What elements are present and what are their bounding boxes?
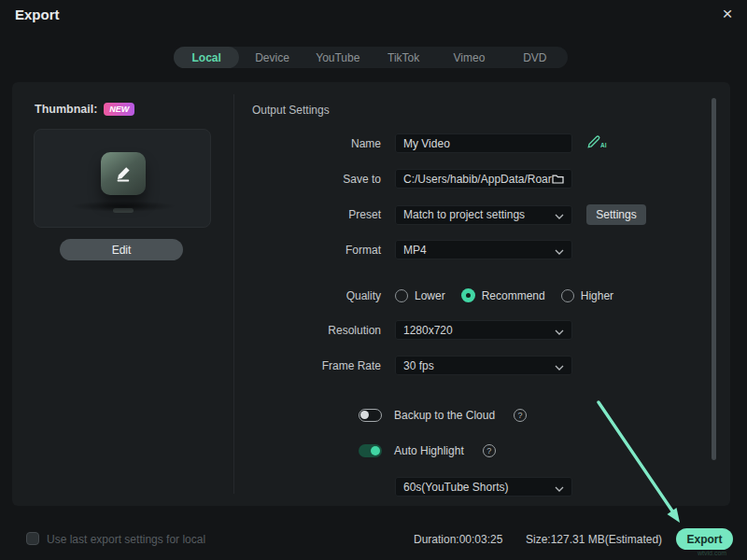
save-to-row: Save to C:/Users/habib/AppData/Roar — [252, 169, 572, 189]
quality-option-lower[interactable]: Lower — [395, 289, 445, 302]
export-dialog: Export × Local Device YouTube TikTok Vim… — [0, 0, 747, 560]
auto-highlight-row: Auto Highlight ? — [359, 444, 496, 457]
tab-tiktok[interactable]: TikTok — [371, 47, 436, 68]
preset-row: Preset Match to project settings Setting… — [252, 204, 646, 225]
quality-label: Quality — [252, 289, 381, 302]
radio-unselected-icon — [561, 289, 574, 302]
name-label: Name — [252, 137, 381, 150]
name-input-wrap — [395, 133, 572, 153]
scrollbar-thumb[interactable] — [712, 98, 716, 460]
settings-button[interactable]: Settings — [586, 204, 646, 225]
quality-row: Quality Lower Recommend Higher — [252, 288, 613, 302]
quality-options: Lower Recommend Higher — [395, 288, 613, 302]
frame-rate-row: Frame Rate 30 fps — [252, 356, 572, 375]
frame-rate-dropdown[interactable]: 30 fps — [395, 356, 572, 375]
edit-pencil-icon — [101, 152, 146, 195]
thumbnail-label: Thumbnail: — [35, 103, 97, 116]
use-last-settings-label: Use last export settings for local — [47, 533, 205, 546]
preset-dropdown[interactable]: Match to project settings — [395, 205, 572, 225]
chevron-down-icon — [555, 242, 564, 259]
name-input[interactable] — [403, 137, 564, 150]
export-target-tabs: Local Device YouTube TikTok Vimeo DVD — [174, 47, 568, 68]
tab-device[interactable]: Device — [239, 47, 304, 68]
chevron-down-icon — [555, 357, 564, 374]
thumbnail-preview[interactable] — [34, 129, 211, 228]
tab-vimeo[interactable]: Vimeo — [436, 47, 501, 68]
resolution-label: Resolution — [252, 324, 381, 337]
output-settings-title: Output Settings — [252, 104, 330, 117]
resolution-dropdown[interactable]: 1280x720 — [395, 320, 572, 340]
name-row: Name — [252, 133, 572, 153]
format-label: Format — [252, 244, 381, 257]
shorts-duration-dropdown[interactable]: 60s(YouTube Shorts) — [395, 477, 572, 497]
folder-icon[interactable] — [552, 171, 564, 188]
watermark-text: wtvid.com — [698, 550, 726, 556]
use-last-settings-checkbox[interactable] — [26, 532, 39, 545]
save-to-label: Save to — [252, 173, 381, 186]
format-dropdown[interactable]: MP4 — [395, 240, 572, 259]
tab-local[interactable]: Local — [174, 47, 239, 68]
quality-option-recommend[interactable]: Recommend — [461, 288, 545, 302]
thumbnail-header: Thumbnail: NEW — [35, 103, 134, 116]
resolution-row: Resolution 1280x720 — [252, 320, 572, 340]
format-row: Format MP4 — [252, 240, 572, 259]
dialog-title: Export — [15, 7, 60, 22]
frame-rate-label: Frame Rate — [252, 359, 381, 372]
chevron-down-icon — [555, 479, 564, 496]
size-text: Size:127.31 MB(Estimated) — [526, 533, 662, 546]
backup-cloud-toggle[interactable] — [359, 409, 382, 422]
shorts-row: 60s(YouTube Shorts) — [395, 477, 572, 497]
chevron-down-icon — [555, 322, 564, 339]
ai-rename-icon[interactable]: AI — [585, 131, 610, 151]
chevron-down-icon — [555, 206, 564, 223]
svg-text:AI: AI — [600, 142, 607, 148]
help-icon[interactable]: ? — [483, 444, 496, 457]
thumbnail-icon-reflection — [113, 208, 134, 213]
backup-cloud-row: Backup to the Cloud ? — [359, 409, 527, 422]
close-icon[interactable]: × — [715, 2, 740, 26]
new-badge: NEW — [104, 103, 134, 116]
duration-text: Duration:00:03:25 — [414, 533, 502, 546]
quality-option-higher[interactable]: Higher — [561, 289, 613, 302]
vertical-divider — [233, 94, 234, 494]
radio-selected-icon — [461, 288, 475, 302]
save-to-path: C:/Users/habib/AppData/Roar — [403, 173, 552, 186]
help-icon[interactable]: ? — [514, 409, 527, 422]
preset-label: Preset — [252, 208, 381, 221]
auto-highlight-toggle[interactable] — [359, 444, 382, 457]
export-button[interactable]: Export — [676, 528, 733, 550]
main-panel: Thumbnail: NEW Edit Output Settings Name — [12, 82, 730, 506]
tab-dvd[interactable]: DVD — [502, 47, 568, 68]
tab-youtube[interactable]: YouTube — [305, 47, 371, 68]
backup-cloud-label: Backup to the Cloud — [394, 409, 495, 422]
edit-thumbnail-button[interactable]: Edit — [60, 239, 183, 260]
radio-unselected-icon — [395, 289, 408, 302]
save-to-input-wrap[interactable]: C:/Users/habib/AppData/Roar — [395, 169, 572, 189]
auto-highlight-label: Auto Highlight — [394, 444, 464, 457]
